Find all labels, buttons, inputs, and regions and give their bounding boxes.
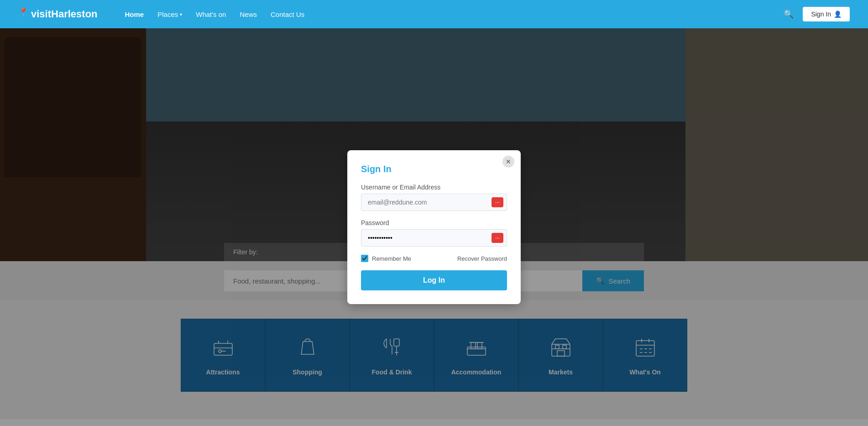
signin-button[interactable]: Sign In 👤: [803, 7, 850, 21]
user-icon: 👤: [834, 11, 842, 18]
header-search-icon[interactable]: 🔍: [784, 9, 794, 19]
password-icon-button[interactable]: ···: [492, 233, 503, 243]
nav-news[interactable]: News: [240, 11, 257, 18]
nav-whats-on[interactable]: What's on: [196, 11, 226, 18]
nav-places[interactable]: Places ▾: [157, 11, 182, 18]
places-chevron-icon: ▾: [180, 12, 182, 17]
header: 📍 visitHarleston Home Places ▾ What's on…: [0, 0, 868, 28]
remember-left: Remember Me: [361, 255, 411, 262]
password-input[interactable]: [361, 229, 507, 247]
remember-row: Remember Me Recover Password: [361, 255, 507, 262]
username-input-wrapper: ···: [361, 194, 507, 211]
signin-modal: ✕ Sign In Username or Email Address ··· …: [347, 150, 521, 304]
password-label: Password: [361, 219, 507, 226]
recover-password-link[interactable]: Recover Password: [457, 255, 507, 262]
username-group: Username or Email Address ···: [361, 184, 507, 211]
username-icon-button[interactable]: ···: [492, 197, 503, 207]
remember-me-checkbox[interactable]: [361, 255, 368, 262]
remember-me-label: Remember Me: [372, 255, 411, 262]
password-input-wrapper: ···: [361, 229, 507, 247]
password-group: Password ···: [361, 219, 507, 247]
logo-text: visitHarleston: [31, 8, 98, 20]
nav-home[interactable]: Home: [125, 11, 144, 18]
logo[interactable]: 📍 visitHarleston: [18, 8, 98, 20]
username-label: Username or Email Address: [361, 184, 507, 191]
modal-close-button[interactable]: ✕: [502, 156, 514, 168]
modal-overlay: ✕ Sign In Username or Email Address ··· …: [0, 28, 868, 426]
logo-pin-icon: 📍: [18, 7, 28, 17]
nav-contact-us[interactable]: Contact Us: [271, 11, 304, 18]
login-button[interactable]: Log In: [361, 270, 507, 290]
modal-title: Sign In: [361, 164, 507, 174]
username-input[interactable]: [361, 194, 507, 211]
main-nav: Home Places ▾ What's on News Contact Us: [125, 11, 784, 18]
header-right: 🔍 Sign In 👤: [784, 7, 850, 21]
